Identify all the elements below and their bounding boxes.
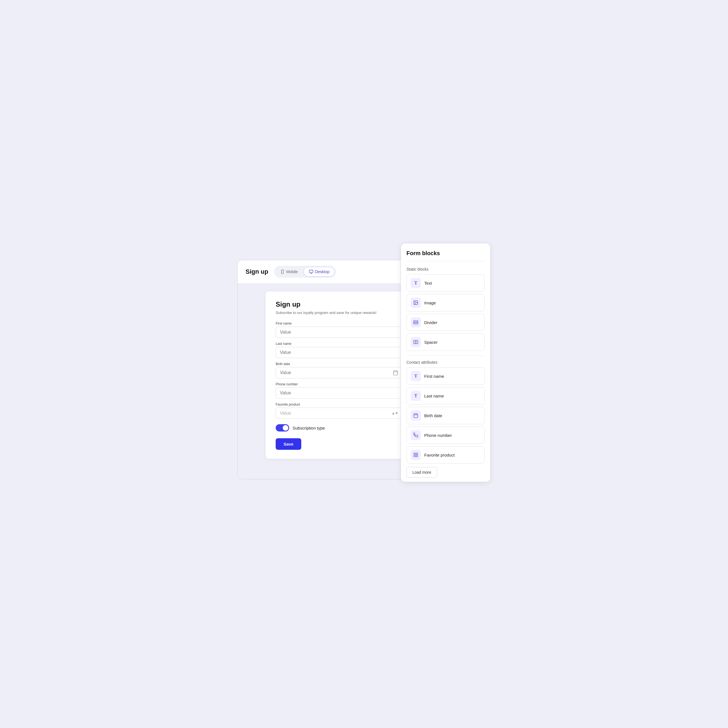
save-button[interactable]: Save [276, 438, 301, 450]
toggle-label: Subscription type [292, 425, 325, 430]
mobile-icon [280, 269, 284, 274]
editor-title: Sign up [246, 268, 268, 275]
phone-number-icon [411, 430, 421, 440]
field-last-name: Last name [276, 342, 402, 358]
svg-rect-0 [281, 270, 283, 274]
block-phone-number-label: Phone number [424, 433, 452, 438]
block-text[interactable]: T Text [407, 274, 485, 292]
field-first-name: First name [276, 321, 402, 338]
desktop-toggle[interactable]: Desktop [303, 267, 335, 277]
calendar-icon [393, 370, 398, 376]
subscription-toggle-row: Subscription type [276, 424, 402, 431]
input-first-name[interactable] [276, 327, 402, 338]
page-wrapper: Sign up Mobile Desktop [237, 243, 491, 485]
last-name-icon: T [411, 391, 421, 401]
desktop-icon [309, 269, 314, 274]
input-phone-number[interactable] [276, 387, 402, 399]
block-divider[interactable]: Divider [407, 314, 485, 331]
svg-point-10 [414, 301, 415, 302]
block-first-name[interactable]: T First name [407, 367, 485, 385]
text-block-icon: T [411, 278, 421, 288]
section-title-contact: Contact attributes [407, 360, 485, 364]
blocks-panel: Form blocks Static blocks T Text Image [401, 243, 491, 482]
field-favorite-product: Favorite product Value ▲▼ [276, 402, 402, 419]
select-wrapper: Value ▲▼ [276, 408, 402, 419]
input-birth-date[interactable] [276, 367, 402, 378]
block-favorite-product[interactable]: Favorite product [407, 446, 485, 463]
block-divider-label: Divider [424, 320, 437, 325]
form-title: Sign up [276, 300, 402, 308]
block-favorite-product-label: Favorite product [424, 453, 454, 457]
field-phone-number: Phone number [276, 382, 402, 399]
favorite-product-icon [411, 450, 421, 460]
svg-rect-5 [393, 371, 398, 375]
view-toggle: Mobile Desktop [274, 266, 336, 278]
svg-rect-23 [416, 453, 418, 454]
block-spacer[interactable]: Spacer [407, 333, 485, 351]
svg-rect-11 [414, 321, 418, 324]
svg-rect-25 [416, 456, 418, 457]
label-first-name: First name [276, 321, 402, 326]
panel-title: Form blocks [407, 250, 485, 262]
svg-rect-22 [414, 453, 415, 454]
label-last-name: Last name [276, 342, 402, 346]
svg-rect-2 [309, 270, 313, 272]
form-subtitle: Subscribe to our loyalty program and sav… [276, 310, 402, 315]
block-image[interactable]: Image [407, 294, 485, 311]
load-more-button[interactable]: Load more [407, 467, 437, 478]
input-last-name[interactable] [276, 347, 402, 358]
block-birth-date[interactable]: Birth date [407, 407, 485, 424]
block-first-name-label: First name [424, 374, 444, 379]
block-birth-date-label: Birth date [424, 413, 442, 418]
label-phone-number: Phone number [276, 382, 402, 386]
block-spacer-label: Spacer [424, 340, 438, 344]
svg-rect-18 [414, 414, 418, 418]
section-title-static: Static blocks [407, 267, 485, 271]
field-birth-date: Birth date [276, 362, 402, 378]
block-phone-number[interactable]: Phone number [407, 427, 485, 444]
mobile-toggle[interactable]: Mobile [275, 267, 303, 277]
block-image-label: Image [424, 300, 436, 305]
birth-date-icon [411, 410, 421, 421]
image-block-icon [411, 298, 421, 308]
form-card: Sign up Subscribe to our loyalty program… [266, 291, 412, 459]
birth-date-wrapper [276, 367, 402, 378]
spacer-block-icon [411, 337, 421, 347]
divider-1 [407, 355, 485, 356]
block-last-name-label: Last name [424, 393, 444, 398]
block-last-name[interactable]: T Last name [407, 387, 485, 404]
label-favorite-product: Favorite product [276, 402, 402, 407]
subscription-toggle[interactable] [276, 424, 289, 431]
svg-rect-24 [414, 456, 415, 457]
divider-block-icon [411, 317, 421, 327]
first-name-icon: T [411, 371, 421, 381]
label-birth-date: Birth date [276, 362, 402, 366]
select-favorite-product[interactable]: Value [276, 408, 402, 419]
block-text-label: Text [424, 281, 432, 286]
